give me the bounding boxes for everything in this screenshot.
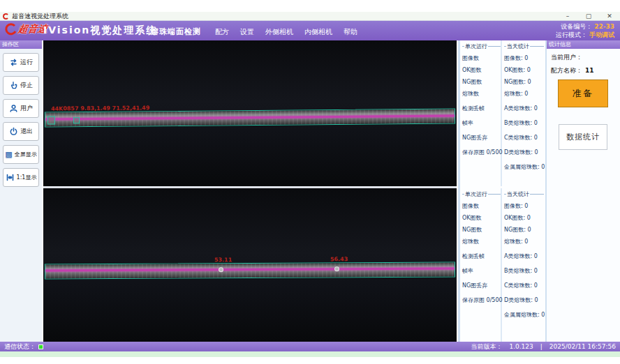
stat-row: 帧率 xyxy=(462,267,501,275)
stat-row: 熔珠数 xyxy=(462,90,501,98)
stat-row: 检测丢帧 xyxy=(462,252,501,260)
menu-bar: 配方设置外侧相机内侧相机帮助 xyxy=(215,27,357,37)
app-subtitle: 熔珠端面检测 xyxy=(151,26,201,37)
weld-strip-overlay: 44K0857 9.83,1.49 71.52,41.49 xyxy=(45,108,455,127)
exit-button-label: 退出 xyxy=(20,127,33,136)
user-icon xyxy=(9,104,18,113)
sidebar-title: 操作区 xyxy=(0,40,42,49)
stat-row: 熔珠数 xyxy=(462,238,501,245)
daily-stats-column: 当天统计 图像数: 0OK图数: 0NG图数: 0熔珠数: 0A类熔珠数: 0B… xyxy=(502,188,544,342)
info-panel: 统计信息 当前用户： 配方名称：11 准备 数据统计 xyxy=(545,40,620,342)
datetime-value: 2025/02/11 16:57:56 xyxy=(549,343,616,350)
taskbar-strip xyxy=(0,351,620,357)
stat-row: 金属屑熔珠数: 0 xyxy=(504,311,544,319)
app-logo-icon xyxy=(3,13,9,20)
restore-button[interactable]: ▢ xyxy=(578,13,599,20)
one-to-one-button-label: 1:1显示 xyxy=(17,174,37,181)
detection-box xyxy=(73,117,80,123)
comm-status-label: 通信状态： xyxy=(4,342,36,351)
comm-status-indicator xyxy=(38,344,43,349)
app-header: 超音速 IVision视觉处理系统 熔珠端面检测 配方设置外侧相机内侧相机帮助 … xyxy=(0,21,620,40)
app-window: 超音速视觉处理系统 – ▢ ✕ 超音速 IVision视觉处理系统 熔珠端面检测… xyxy=(0,0,620,364)
fullscreen-button-label: 全屏显示 xyxy=(15,151,37,158)
stat-row: NG图数: 0 xyxy=(504,226,544,234)
stat-row: OK图数: 0 xyxy=(504,214,544,222)
user-button-label: 用户 xyxy=(20,104,33,113)
prepare-button[interactable]: 准备 xyxy=(558,79,608,107)
user-button[interactable]: 用户 xyxy=(3,99,39,118)
stat-row: NG图数 xyxy=(462,226,501,234)
stat-row: A类熔珠数: 0 xyxy=(504,252,544,260)
stat-row: B类熔珠数: 0 xyxy=(504,119,544,127)
version-label: 当前版本： xyxy=(471,342,502,351)
daily-stats-title: 当天统计 xyxy=(507,43,529,50)
data-statistics-button[interactable]: 数据统计 xyxy=(559,124,607,150)
outer-camera-image: 44K0857 9.83,1.49 71.52,41.49 xyxy=(43,40,457,186)
status-separator: | xyxy=(540,343,542,350)
daily-stats-rows: 图像数: 0OK图数: 0NG图数: 0熔珠数: 0A类熔珠数: 0B类熔珠数:… xyxy=(504,54,544,171)
detected-bead xyxy=(219,267,223,272)
daily-stats-rows: 图像数: 0OK图数: 0NG图数: 0熔珠数: 0A类熔珠数: 0B类熔珠数:… xyxy=(504,202,544,319)
menu-item[interactable]: 设置 xyxy=(240,27,254,37)
stat-row: D类熔珠数: 0 xyxy=(504,296,544,304)
exit-button[interactable]: 退出 xyxy=(3,122,39,141)
stop-button[interactable]: 停止 xyxy=(3,76,39,95)
stat-row: 金属屑熔珠数: 0 xyxy=(504,163,544,171)
single-run-title: 单次运行 xyxy=(465,190,487,198)
one-to-one-icon xyxy=(6,173,15,182)
minimize-button[interactable]: – xyxy=(557,13,578,20)
stat-row: NG图丢弃 xyxy=(462,282,501,289)
run-mode-value: 手动调试 xyxy=(589,31,614,39)
single-run-rows: 图像数OK图数NG图数熔珠数检测丢帧帧率NG图丢弃保存原图 0/500 xyxy=(462,202,501,304)
stat-row: OK图数 xyxy=(462,214,501,222)
stat-row: 熔珠数: 0 xyxy=(504,238,544,245)
menu-item[interactable]: 内侧相机 xyxy=(304,27,332,37)
daily-stats-title: 当天统计 xyxy=(507,190,529,198)
menu-item[interactable]: 外侧相机 xyxy=(265,27,293,37)
stats-section-outer: 单次运行 图像数OK图数NG图数熔珠数检测丢帧帧率NG图丢弃保存原图 0/500… xyxy=(460,40,545,186)
stat-row: 帧率 xyxy=(462,119,501,127)
info-panel-title: 统计信息 xyxy=(547,40,620,49)
stat-row: OK图数: 0 xyxy=(504,66,544,74)
stat-row: NG图数: 0 xyxy=(504,78,544,86)
menu-item[interactable]: 配方 xyxy=(215,27,229,37)
statistics-area: 单次运行 图像数OK图数NG图数熔珠数检测丢帧帧率NG图丢弃保存原图 0/500… xyxy=(458,40,545,342)
stop-button-label: 停止 xyxy=(20,81,33,90)
inner-camera-image: 53.11 56.43 xyxy=(43,188,457,342)
stat-row: 熔珠数: 0 xyxy=(504,90,544,98)
stat-row: 图像数: 0 xyxy=(504,202,544,210)
single-run-column: 单次运行 图像数OK图数NG图数熔珠数检测丢帧帧率NG图丢弃保存原图 0/500 xyxy=(460,188,502,342)
fullscreen-grid-icon: ▩ xyxy=(5,151,12,158)
measurement-annotation: 53.11 xyxy=(214,257,232,263)
stats-section-inner: 单次运行 图像数OK图数NG图数熔珠数检测丢帧帧率NG图丢弃保存原图 0/500… xyxy=(460,188,545,342)
detected-bead xyxy=(334,266,339,271)
single-run-title: 单次运行 xyxy=(465,43,487,50)
stat-row: 保存原图 0/500 xyxy=(462,149,501,156)
stat-row: 检测丢帧 xyxy=(462,105,501,112)
power-icon xyxy=(9,127,18,136)
status-bar: 通信状态： 当前版本： 1.0.123 | 2025/02/11 16:57:5… xyxy=(0,342,620,351)
run-button-label: 运行 xyxy=(20,58,33,67)
stat-row: NG图数 xyxy=(462,78,501,86)
window-title: 超音速视觉处理系统 xyxy=(12,12,68,21)
menu-item[interactable]: 帮助 xyxy=(344,27,357,37)
one-to-one-button[interactable]: 1:1显示 xyxy=(3,168,39,187)
daily-stats-column: 当天统计 图像数: 0OK图数: 0NG图数: 0熔珠数: 0A类熔珠数: 0B… xyxy=(502,40,544,186)
stat-row: C类熔珠数: 0 xyxy=(504,282,544,289)
stat-row: A类熔珠数: 0 xyxy=(504,105,544,112)
app-title: IVision视觉处理系统 xyxy=(43,24,157,37)
device-number-label: 设备编号： xyxy=(561,22,592,31)
stat-row: OK图数 xyxy=(462,66,501,74)
stat-row: D类熔珠数: 0 xyxy=(504,149,544,156)
measurement-annotation: 44K0857 9.83,1.49 71.52,41.49 xyxy=(51,105,149,112)
fullscreen-button[interactable]: ▩ 全屏显示 xyxy=(3,145,39,164)
close-button[interactable]: ✕ xyxy=(599,13,620,20)
brand-swoosh-icon xyxy=(4,23,17,36)
header-device-info: 设备编号： 22-33 运行模式： 手动调试 xyxy=(556,22,614,39)
stat-row: 保存原图 0/500 xyxy=(462,296,501,304)
recipe-name-label: 配方名称： xyxy=(551,67,582,74)
hand-stop-icon xyxy=(9,81,18,90)
run-button[interactable]: 运行 xyxy=(3,53,39,72)
device-number-value: 22-33 xyxy=(594,22,614,31)
measurement-annotation: 56.43 xyxy=(330,256,348,262)
